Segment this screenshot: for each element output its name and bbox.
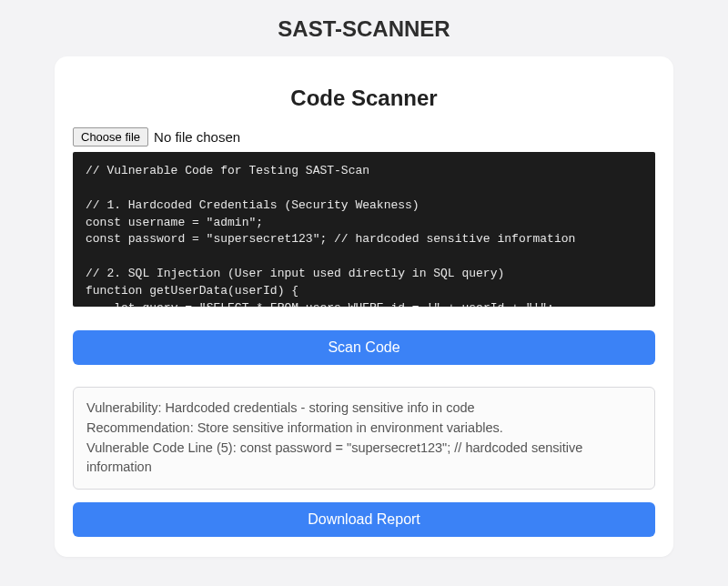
report-vulnerability: Vulnerability: Hardcoded credentials - s… [86, 399, 642, 419]
download-report-button[interactable]: Download Report [73, 502, 655, 537]
scan-code-button[interactable]: Scan Code [73, 330, 655, 365]
report-recommendation: Recommendation: Store sensitive informat… [86, 419, 642, 439]
file-status-text: No file chosen [154, 129, 240, 145]
report-code-line: Vulnerable Code Line (5): const password… [86, 439, 642, 479]
file-input-row: Choose file No file chosen [73, 127, 655, 146]
card-title: Code Scanner [73, 86, 655, 111]
scan-report: Vulnerability: Hardcoded credentials - s… [73, 387, 655, 490]
scanner-card: Code Scanner Choose file No file chosen … [55, 56, 673, 557]
app-title: SAST-SCANNER [0, 0, 728, 56]
code-textarea[interactable] [73, 152, 655, 307]
choose-file-button[interactable]: Choose file [73, 127, 148, 146]
